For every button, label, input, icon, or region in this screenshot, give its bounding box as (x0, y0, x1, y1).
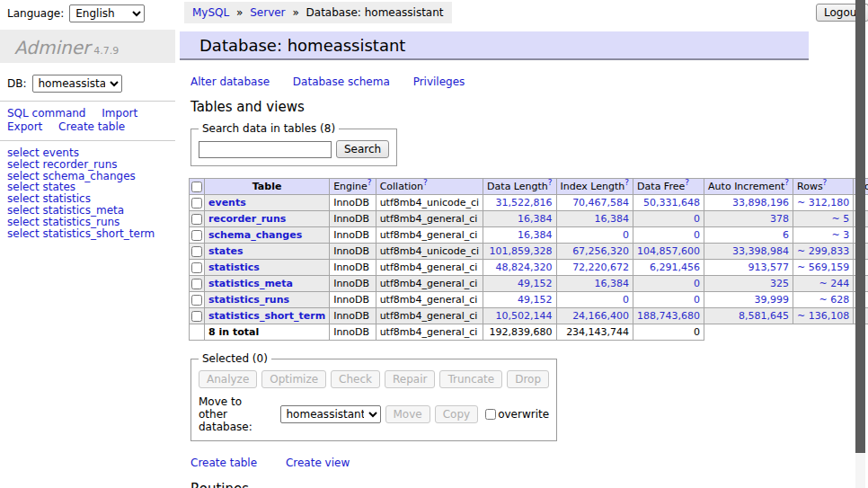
help-link[interactable]: ? (685, 179, 689, 188)
table-row: statistics_runsInnoDButf8mb4_general_ci4… (190, 292, 868, 308)
sidebar-item-select-statistics-runs[interactable]: select statistics_runs (7, 217, 175, 228)
sidebar-item-select-recorder-runs[interactable]: select recorder_runs (7, 159, 175, 171)
help-link[interactable]: ? (368, 179, 372, 188)
row-select-checkbox[interactable] (191, 279, 202, 289)
table-row: statistics_short_termInnoDButf8mb4_gener… (190, 308, 868, 324)
app-version: 4.7.9 (93, 45, 119, 57)
row-select-checkbox[interactable] (191, 311, 202, 322)
table-name-link[interactable]: statistics_runs (208, 294, 289, 306)
divider (0, 101, 175, 102)
cell-collation: utf8mb4_unicode_ci (376, 195, 483, 211)
cell-data_length: 16,384 (483, 227, 556, 244)
language-block: Language: English (7, 4, 145, 22)
analyze-button[interactable]: Analyze (199, 370, 257, 388)
table-name-link[interactable]: states (208, 245, 244, 257)
cell-index_length: 72,220,672 (556, 260, 633, 276)
check-button[interactable]: Check (331, 370, 380, 388)
database-actions: Alter database Database schema Privilege… (190, 75, 809, 88)
search-fieldset: Search data in tables (8) Search (190, 122, 397, 166)
breadcrumb-link-server[interactable]: Server (250, 6, 285, 19)
breadcrumb-current: Database: homeassistant (306, 6, 444, 19)
col-header-data_free: Data Free? (633, 179, 704, 195)
table-row: recorder_runsInnoDButf8mb4_general_ci16,… (190, 211, 868, 227)
table-name-link[interactable]: recorder_runs (208, 213, 286, 225)
row-select-checkbox[interactable] (191, 295, 202, 306)
move-db-select[interactable]: homeassistant (280, 405, 381, 423)
help-link[interactable]: ? (823, 179, 828, 188)
cell-collation: utf8mb4_general_ci (376, 211, 483, 227)
cell-auto_increment: 33,898,196 (704, 195, 793, 211)
col-header-label: Collation (380, 181, 423, 192)
truncate-button[interactable]: Truncate (439, 370, 502, 388)
drop-button[interactable]: Drop (507, 370, 549, 388)
table-name-link[interactable]: statistics_meta (208, 278, 293, 289)
create-view-link[interactable]: Create view (286, 457, 350, 469)
sidebar-link-sql-command[interactable]: SQL command (7, 107, 85, 120)
cell-collation: utf8mb4_general_ci (376, 308, 483, 324)
sidebar-item-select-statistics-short-term[interactable]: select statistics_short_term (7, 228, 175, 240)
table-name-link[interactable]: schema_changes (208, 229, 302, 241)
sidebar-item-select-statistics-meta[interactable]: select statistics_meta (7, 205, 175, 217)
cell-rows: ~ 136,108 (793, 308, 854, 324)
table-name-link[interactable]: statistics (208, 262, 260, 273)
row-checkbox-cell (190, 244, 205, 260)
cell-auto_increment: 39,999 (704, 292, 793, 308)
help-link[interactable]: ? (784, 179, 789, 188)
cell-auto_increment: 8,581,645 (704, 308, 793, 324)
row-select-checkbox[interactable] (191, 198, 202, 209)
create-table-link[interactable]: Create table (190, 457, 257, 469)
alter-database-link[interactable]: Alter database (190, 75, 270, 88)
col-header-data_length: Data Length? (483, 179, 556, 195)
tables-head-row: TableEngine?Collation?Data Length?Index … (190, 179, 868, 195)
copy-button[interactable]: Copy (435, 405, 478, 423)
db-select[interactable]: homeassistant (32, 75, 122, 93)
privileges-link[interactable]: Privileges (413, 75, 465, 88)
col-header-index_length: Index Length? (556, 179, 633, 195)
cell-collation: utf8mb4_general_ci (376, 292, 483, 308)
select-all-checkbox[interactable] (191, 182, 202, 192)
sidebar-item-select-events[interactable]: select events (7, 147, 175, 159)
totals-data-length-cell: 192,839,680 (483, 324, 556, 341)
page-title: Database: homeassistant (180, 31, 809, 60)
table-name-link[interactable]: events (208, 197, 246, 209)
col-header-engine: Engine? (330, 179, 376, 195)
optimize-button[interactable]: Optimize (261, 370, 326, 388)
scrollbar-thumb[interactable] (855, 0, 865, 453)
row-select-checkbox[interactable] (191, 262, 202, 273)
overwrite-checkbox[interactable] (485, 409, 496, 420)
help-link[interactable]: ? (548, 179, 553, 188)
breadcrumb-link-mysql[interactable]: MySQL (192, 6, 229, 19)
cell-data_length: 49,152 (483, 276, 556, 292)
cell-engine: InnoDB (330, 244, 376, 260)
table-name-cell: statistics_meta (205, 276, 330, 292)
move-button[interactable]: Move (385, 405, 430, 423)
row-select-checkbox[interactable] (191, 230, 202, 241)
sidebar-table-links: select events select recorder_runs selec… (7, 147, 175, 239)
cell-data_free: 0 (633, 292, 704, 308)
cell-data_free: 0 (633, 227, 704, 244)
db-label: DB: (7, 77, 27, 90)
sidebar-link-import[interactable]: Import (102, 107, 137, 120)
app-logo: Adminer4.7.9 (0, 30, 175, 63)
search-input[interactable] (199, 141, 332, 158)
cell-data_length: 16,384 (483, 211, 556, 227)
col-header-label: Table (252, 181, 282, 192)
sidebar-link-create-table[interactable]: Create table (58, 120, 125, 133)
help-link[interactable]: ? (423, 179, 428, 188)
cell-data_free: 50,331,648 (633, 195, 704, 211)
database-schema-link[interactable]: Database schema (293, 75, 390, 88)
sidebar-link-export[interactable]: Export (7, 120, 42, 133)
table-name-cell: statistics_runs (205, 292, 330, 308)
table-name-link[interactable]: statistics_short_term (208, 310, 325, 322)
cell-engine: InnoDB (330, 308, 376, 324)
cell-collation: utf8mb4_unicode_ci (376, 244, 483, 260)
cell-auto_increment: 6 (704, 227, 793, 244)
search-button[interactable]: Search (336, 140, 389, 158)
totals-collation-cell: utf8mb4_general_ci (376, 324, 483, 341)
help-link[interactable]: ? (624, 179, 629, 188)
row-select-checkbox[interactable] (191, 214, 202, 225)
row-checkbox-cell (190, 292, 205, 308)
row-select-checkbox[interactable] (191, 246, 202, 257)
language-select[interactable]: English (69, 4, 145, 22)
repair-button[interactable]: Repair (385, 370, 435, 388)
